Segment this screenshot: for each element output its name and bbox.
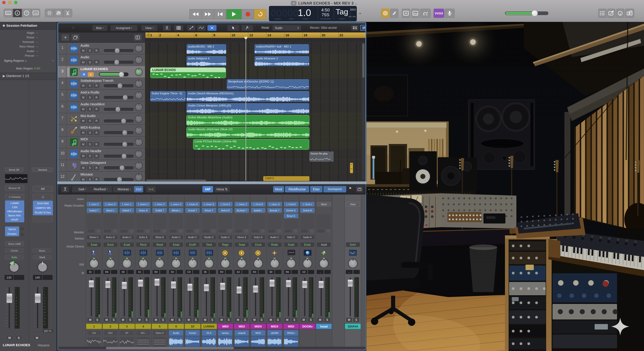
svg-text:60: 60 — [96, 312, 98, 314]
svg-text:7: 7 — [260, 283, 261, 285]
svg-text:2: 2 — [44, 288, 44, 290]
svg-text:3: 3 — [244, 278, 244, 279]
svg-text:7: 7 — [326, 283, 326, 285]
svg-text:35: 35 — [326, 301, 328, 302]
svg-text:21: 21 — [194, 295, 196, 297]
svg-text:35: 35 — [244, 301, 246, 302]
svg-text:41: 41 — [112, 304, 114, 305]
svg-text:28: 28 — [293, 298, 295, 299]
svg-text:55: 55 — [178, 310, 180, 311]
svg-text:21: 21 — [145, 295, 147, 297]
svg-text:48: 48 — [276, 307, 278, 308]
svg-text:35: 35 — [227, 301, 229, 302]
svg-text:10: 10 — [178, 289, 180, 291]
svg-text:48: 48 — [227, 307, 229, 308]
svg-text:41: 41 — [15, 315, 17, 316]
svg-text:55: 55 — [96, 310, 98, 311]
svg-text:10: 10 — [96, 289, 98, 291]
svg-text:5: 5 — [227, 286, 228, 288]
svg-text:28: 28 — [260, 298, 262, 299]
svg-text:3: 3 — [162, 278, 162, 279]
svg-text:48: 48 — [309, 307, 311, 308]
svg-text:35: 35 — [145, 301, 147, 302]
svg-text:5: 5 — [112, 286, 113, 288]
svg-text:3: 3 — [227, 278, 228, 279]
svg-text:28: 28 — [211, 298, 213, 299]
svg-text:48: 48 — [293, 307, 295, 308]
svg-text:3: 3 — [276, 278, 278, 279]
svg-text:55: 55 — [112, 310, 114, 311]
svg-text:2: 2 — [194, 281, 195, 282]
svg-text:35: 35 — [293, 301, 295, 302]
svg-text:48: 48 — [112, 307, 114, 308]
svg-text:7: 7 — [293, 283, 294, 285]
svg-text:10: 10 — [15, 297, 17, 299]
svg-text:36: 36 — [15, 312, 17, 313]
svg-text:10: 10 — [162, 289, 163, 291]
svg-text:2: 2 — [96, 281, 97, 282]
svg-text:26: 26 — [44, 306, 46, 307]
svg-text:2: 2 — [129, 281, 130, 282]
svg-text:16: 16 — [194, 292, 196, 294]
svg-text:2: 2 — [162, 281, 162, 282]
svg-text:41: 41 — [96, 304, 98, 305]
svg-text:16: 16 — [276, 292, 278, 294]
svg-text:28: 28 — [244, 298, 246, 299]
svg-text:16: 16 — [178, 292, 180, 294]
svg-text:55: 55 — [145, 310, 147, 311]
svg-text:7: 7 — [276, 283, 278, 285]
svg-text:7: 7 — [129, 283, 130, 285]
svg-text:5: 5 — [309, 286, 310, 288]
svg-text:21: 21 — [162, 295, 163, 297]
svg-text:55: 55 — [260, 310, 262, 311]
svg-text:16: 16 — [326, 292, 328, 294]
svg-text:41: 41 — [276, 304, 278, 305]
svg-text:21: 21 — [15, 303, 17, 304]
svg-text:35: 35 — [129, 301, 130, 302]
svg-text:21: 21 — [293, 295, 295, 297]
svg-text:16: 16 — [96, 292, 98, 294]
svg-text:48: 48 — [194, 307, 196, 308]
svg-text:41: 41 — [194, 304, 196, 305]
svg-text:7: 7 — [194, 283, 195, 285]
svg-text:3: 3 — [112, 278, 113, 279]
svg-text:2: 2 — [227, 281, 228, 282]
svg-text:28: 28 — [162, 298, 163, 299]
svg-text:10: 10 — [112, 289, 114, 291]
svg-text:21: 21 — [178, 295, 180, 297]
svg-text:55: 55 — [129, 310, 130, 311]
svg-text:21: 21 — [44, 303, 46, 304]
svg-text:31: 31 — [15, 309, 17, 310]
svg-text:35: 35 — [162, 301, 163, 302]
svg-text:41: 41 — [260, 304, 262, 305]
svg-text:60: 60 — [211, 312, 213, 314]
svg-text:3: 3 — [326, 278, 326, 279]
svg-text:7: 7 — [227, 283, 228, 285]
svg-text:55: 55 — [293, 310, 295, 311]
svg-text:3: 3 — [178, 278, 179, 279]
svg-text:48: 48 — [211, 307, 213, 308]
svg-text:35: 35 — [309, 301, 311, 302]
svg-text:16: 16 — [145, 292, 147, 294]
svg-text:35: 35 — [260, 301, 262, 302]
svg-text:41: 41 — [145, 304, 147, 305]
svg-text:41: 41 — [326, 304, 328, 305]
svg-text:3: 3 — [194, 278, 195, 279]
svg-text:31: 31 — [44, 309, 46, 310]
svg-text:21: 21 — [227, 295, 229, 297]
svg-text:5: 5 — [293, 286, 294, 288]
svg-text:10: 10 — [145, 289, 147, 291]
svg-text:10: 10 — [293, 289, 295, 291]
svg-text:5: 5 — [194, 286, 195, 288]
svg-text:5: 5 — [162, 286, 162, 288]
svg-text:5: 5 — [178, 286, 179, 288]
svg-text:55: 55 — [227, 310, 229, 311]
svg-text:26: 26 — [15, 306, 17, 307]
svg-text:56: 56 — [15, 324, 17, 325]
svg-text:51: 51 — [15, 321, 17, 322]
svg-text:10: 10 — [211, 289, 213, 291]
svg-text:10: 10 — [244, 289, 246, 291]
svg-text:7: 7 — [162, 283, 162, 285]
svg-text:3: 3 — [260, 278, 261, 279]
svg-text:21: 21 — [326, 295, 328, 297]
